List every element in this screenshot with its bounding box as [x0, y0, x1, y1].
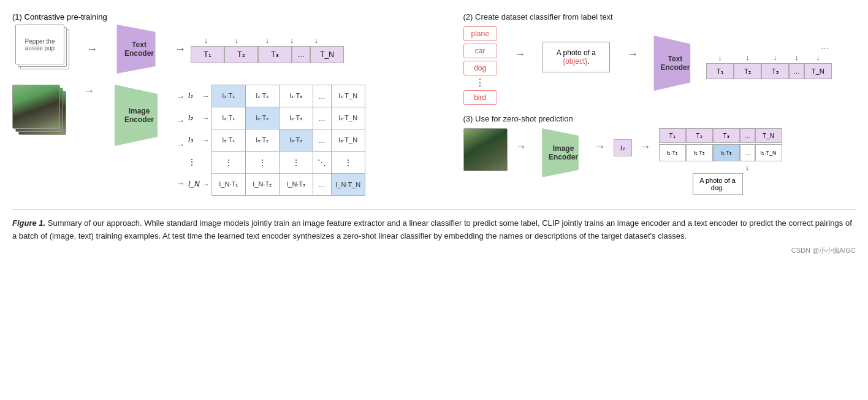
- vdots-2: ⋮: [245, 152, 279, 174]
- dog-layer-1: [12, 85, 60, 129]
- arrow-to-i1: →: [595, 140, 606, 153]
- label-dog: dog: [463, 61, 497, 75]
- vdots-5: ⋮: [331, 152, 365, 174]
- zs-i1-cell: I₁: [614, 139, 632, 156]
- text-encoder-shape-container: Text Encoder: [108, 25, 164, 74]
- right-text-encoder-shape: Text Encoder: [646, 36, 698, 91]
- zs-cell-dots: …: [740, 144, 755, 161]
- cell-i3t1: I₃·T₁: [211, 129, 245, 152]
- label-car: car: [463, 44, 497, 58]
- dot-product-matrix: I₁·T₁ I₁·T₂ I₁·T₃ … I₁·T_N I₂·T₁ I₂·T₂ I…: [211, 85, 365, 196]
- section1-title: (1) Contrastive pre-training: [12, 12, 451, 21]
- stacked-dog-images: [12, 85, 67, 137]
- section3-content: → Image Encoder → I₁: [463, 128, 856, 195]
- section3-area: (3) Use for zero-shot prediction → Image…: [463, 114, 856, 195]
- cell-i1t1: I₁·T₁: [211, 85, 245, 107]
- zs-image-encoder-container: Image Encoder: [535, 128, 587, 177]
- zs-image-encoder-label: Image Encoder: [549, 144, 578, 161]
- text-encoder-row: Pepper the aussie pup → Text Encoder →: [15, 25, 451, 74]
- right-text-encoder-container: Text Encoder: [646, 36, 698, 91]
- i2-label-left: I₂: [188, 107, 200, 129]
- t3-header: T₃: [258, 46, 292, 63]
- tN-header: T_N: [310, 46, 344, 63]
- t-section: ↓ ↓ ↓ ↓ ↓ T₁ T₂ T₃ … T_N: [191, 36, 344, 63]
- matrix-wrapper: I₁·T₁ I₁·T₂ I₁·T₃ … I₁·T_N I₂·T₁ I₂·T₂ I…: [211, 85, 365, 196]
- result-box: A photo of a dog.: [693, 173, 743, 195]
- arrow-to-image-encoder: →: [83, 85, 94, 98]
- paper-front: Pepper the aussie pup: [15, 25, 64, 64]
- zs-matrix-section: T₁ T₂ T₃ … T_N I₁·T₁ I₁·T₂ I₁·T₃ …: [659, 128, 782, 195]
- section2-area: (2) Create dataset classifier from label…: [463, 12, 856, 105]
- template-box: A photo of a {object}.: [542, 42, 610, 72]
- down-arrow-to-result: ↓: [713, 163, 782, 172]
- matrix-row-3: I₃·T₁ I₃·T₂ I₃·T₃ … I₃·T_N: [211, 129, 365, 152]
- right-sections: (2) Create dataset classifier from label…: [451, 12, 856, 196]
- zs-t1: T₁: [659, 128, 686, 143]
- right-t-header-row: T₁ T₂ T₃ … T_N: [706, 63, 832, 79]
- arrow-to-t-matrix: →: [175, 43, 186, 56]
- watermark: CSDN @小小伽AIGC: [12, 245, 856, 256]
- label-dots: ⋮: [463, 78, 497, 88]
- caption-text: Summary of our approach. While standard …: [12, 218, 852, 240]
- arrow-to-text-encoder: →: [86, 43, 97, 56]
- cell-i2t1: I₂·T₁: [211, 107, 245, 129]
- cell-i3t3: I₃·T₃: [279, 129, 313, 152]
- right-t1-header: T₁: [706, 63, 734, 79]
- cell-iNt1: I_N·T₁: [211, 174, 245, 196]
- matrix-row-1: I₁·T₁ I₁·T₂ I₁·T₃ … I₁·T_N: [211, 85, 365, 107]
- cell-i2t2: I₂·T₂: [245, 107, 279, 129]
- vdots-1: ⋮: [211, 152, 245, 174]
- cell-iN-dots: …: [313, 174, 331, 196]
- figure-caption: Figure 1. Summary of our approach. While…: [12, 209, 856, 256]
- cell-i1t3: I₁·T₃: [279, 85, 313, 107]
- right-t-section: … ↓ ↓ ↓ ↓ ↓ T₁ T₂ T₃: [706, 42, 832, 79]
- t-dots-header: …: [292, 46, 310, 63]
- cell-i3-dots: …: [313, 129, 331, 152]
- image-encoder-row: → Image Encoder → →: [12, 85, 451, 196]
- right-t3-header: T₃: [761, 63, 789, 79]
- zs-tN: T_N: [755, 128, 782, 143]
- zs-t-dots: …: [740, 128, 755, 143]
- class-label-list: plane car dog ⋮ bird: [463, 26, 497, 105]
- zs-image-encoder-shape: Image Encoder: [535, 128, 587, 177]
- zs-t2: T₂: [686, 128, 713, 143]
- zs-cell-t1: I₁·T₁: [659, 144, 686, 161]
- matrix-side-arrows: → → → →: [202, 85, 210, 195]
- zero-shot-image: [463, 128, 508, 171]
- image-encoder-shape: Image Encoder: [105, 85, 167, 146]
- arrow-to-zs-encoder: →: [516, 140, 527, 153]
- arrow-to-right-encoder: →: [627, 48, 638, 61]
- zs-cell-t2: I₁·T₂: [686, 144, 713, 161]
- cell-i2tN: I₂·T_N: [331, 107, 365, 129]
- right-tN-header: T_N: [804, 63, 832, 79]
- diagram-row: (1) Contrastive pre-training Pepper the …: [12, 12, 856, 196]
- zs-t-headers: T₁ T₂ T₃ … T_N: [659, 128, 782, 143]
- i-matrix-section: → → → → I₁ I₂ I₃ ⋮ I_N: [173, 85, 365, 196]
- down-arrows-t: ↓ ↓ ↓ ↓ ↓: [191, 36, 332, 45]
- cell-iNtN: I_N·T_N: [331, 174, 365, 196]
- right-text-encoder-label: Text Encoder: [660, 55, 690, 72]
- zs-cell-t3: I₁·T₃: [713, 144, 740, 161]
- zs-cell-tN: I₁·T_N: [755, 144, 782, 161]
- cell-i1-dots: …: [313, 85, 331, 107]
- cell-i2t3: I₂·T₃: [279, 107, 313, 129]
- right-down-arrows: ↓ ↓ ↓ ↓ ↓: [706, 53, 832, 62]
- cell-i3tN: I₃·T_N: [331, 129, 365, 152]
- matrix-row-2: I₂·T₁ I₂·T₂ I₂·T₃ … I₂·T_N: [211, 107, 365, 129]
- caption-italic: Figure 1.: [12, 218, 45, 228]
- section2-title: (2) Create dataset classifier from label…: [463, 12, 856, 21]
- text-encoder-shape: Text Encoder: [108, 25, 164, 74]
- t-header-row: T₁ T₂ T₃ … T_N: [191, 46, 344, 63]
- zs-matrix-row: I₁·T₁ I₁·T₂ I₁·T₃ … I₁·T_N: [659, 144, 782, 161]
- section3-title: (3) Use for zero-shot prediction: [463, 114, 856, 123]
- section2-content: plane car dog ⋮ bird → A photo of a {obj…: [463, 26, 856, 105]
- side-arrows: → → → →: [177, 85, 185, 195]
- cell-iNt3: I_N·T₃: [279, 174, 313, 196]
- label-bird: bird: [463, 90, 497, 105]
- main-container: (1) Contrastive pre-training Pepper the …: [12, 12, 856, 256]
- t2-header: T₂: [224, 46, 258, 63]
- image-encoder-label: Image Encoder: [124, 107, 154, 124]
- i-labels: I₁ I₂ I₃ ⋮ I_N: [188, 85, 200, 195]
- matrix-row-N: I_N·T₁ I_N·T₂ I_N·T₃ … I_N·T_N: [211, 174, 365, 196]
- right-t-dots-header: …: [789, 63, 804, 79]
